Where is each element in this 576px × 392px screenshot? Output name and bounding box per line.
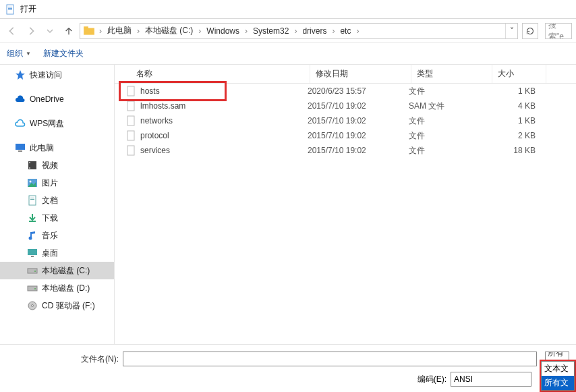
music-icon — [27, 230, 38, 241]
svg-rect-4 — [84, 28, 94, 34]
file-row[interactable]: networks2015/7/10 19:02文件1 KB — [115, 113, 576, 128]
column-size[interactable]: 大小 — [492, 65, 546, 83]
column-headers[interactable]: 名称 修改日期 类型 大小 — [115, 65, 576, 84]
chevron-right-icon: › — [293, 26, 298, 36]
refresh-button[interactable] — [522, 23, 538, 39]
column-date[interactable]: 修改日期 — [310, 65, 411, 83]
file-row[interactable]: hosts2020/6/23 15:57文件1 KB — [115, 84, 576, 99]
sidebar-item-music[interactable]: 音乐 — [0, 227, 114, 244]
chevron-right-icon: › — [136, 26, 141, 36]
sidebar-item-onedrive[interactable]: OneDrive — [0, 90, 114, 108]
film-icon — [27, 160, 38, 171]
svg-point-26 — [32, 305, 34, 307]
file-name: services — [140, 146, 308, 155]
breadcrumb-segment[interactable]: drivers — [298, 24, 330, 38]
svg-rect-10 — [29, 162, 30, 163]
column-type[interactable]: 类型 — [411, 65, 492, 83]
new-folder-button[interactable]: 新建文件夹 — [43, 48, 84, 59]
filter-option[interactable]: 所有文 — [542, 376, 574, 390]
sidebar-item-disk-c[interactable]: 本地磁盘 (C:) — [0, 262, 114, 279]
svg-rect-14 — [29, 196, 36, 205]
breadcrumb-segment[interactable]: Windows — [202, 24, 243, 38]
file-icon — [125, 130, 136, 141]
file-size: 4 KB — [490, 101, 544, 111]
svg-rect-31 — [127, 146, 134, 155]
svg-rect-29 — [127, 116, 134, 125]
toolbar: 组织▼ 新建文件夹 — [0, 43, 576, 65]
filter-option[interactable]: 文本文 — [542, 362, 574, 376]
sidebar-item-label: 视频 — [42, 160, 58, 171]
sidebar-item-label: 图片 — [42, 177, 58, 189]
file-date: 2015/7/10 19:02 — [308, 131, 409, 140]
breadcrumb-segment[interactable]: etc — [336, 24, 355, 38]
sidebar-item-label: 音乐 — [42, 230, 58, 242]
svg-rect-27 — [127, 86, 134, 96]
column-name[interactable]: 名称 — [115, 65, 310, 83]
sidebar-item-label: 下载 — [42, 213, 58, 224]
titlebar: 打开 — [0, 0, 576, 19]
cloud-icon — [15, 94, 26, 105]
sidebar-item-label: 本地磁盘 (C:) — [42, 265, 90, 277]
file-type: 文件 — [409, 130, 490, 142]
encoding-select[interactable]: ANSI — [451, 372, 531, 387]
sidebar-item-documents[interactable]: 文档 — [0, 192, 114, 209]
organize-menu[interactable]: 组织▼ — [7, 48, 31, 59]
breadcrumb-segment[interactable]: System32 — [249, 24, 293, 38]
svg-point-24 — [34, 288, 36, 289]
file-size: 1 KB — [490, 86, 544, 96]
file-row[interactable]: services2015/7/10 19:02文件18 KB — [115, 143, 576, 158]
svg-rect-11 — [29, 167, 30, 169]
search-input[interactable]: 搜索"e — [545, 23, 572, 39]
sidebar[interactable]: 快速访问OneDriveWPS网盘此电脑视频图片文档下载音乐桌面本地磁盘 (C:… — [0, 65, 115, 348]
filter-dropdown-popup[interactable]: 文本文所有文 — [541, 361, 575, 391]
file-name: protocol — [140, 131, 308, 140]
breadcrumb-dropdown[interactable]: ˅ — [505, 24, 517, 38]
svg-rect-17 — [29, 221, 36, 222]
file-date: 2015/7/10 19:02 — [308, 146, 409, 155]
picture-icon — [27, 177, 38, 188]
sidebar-item-label: 文档 — [42, 195, 58, 206]
sidebar-item-label: 快速访问 — [30, 69, 62, 81]
file-icon — [125, 145, 136, 156]
chevron-right-icon: › — [355, 26, 360, 36]
sidebar-item-disk-d[interactable]: 本地磁盘 (D:) — [0, 279, 114, 297]
bottom-panel: 文件名(N): 所有文 编码(E): ANSI 文本文所有文 — [0, 344, 576, 392]
up-button[interactable] — [61, 23, 77, 39]
svg-rect-21 — [28, 269, 37, 273]
svg-rect-5 — [84, 26, 88, 28]
sidebar-item-pictures[interactable]: 图片 — [0, 174, 114, 192]
file-date: 2020/6/23 15:57 — [308, 86, 409, 96]
file-row[interactable]: protocol2015/7/10 19:02文件2 KB — [115, 128, 576, 143]
sidebar-item-downloads[interactable]: 下载 — [0, 209, 114, 227]
sidebar-item-desktop[interactable]: 桌面 — [0, 244, 114, 262]
file-row[interactable]: lmhosts.sam2015/7/10 19:02SAM 文件4 KB — [115, 99, 576, 113]
file-name: hosts — [140, 86, 308, 96]
recent-dropdown[interactable] — [42, 23, 58, 39]
sidebar-item-wps-cloud[interactable]: WPS网盘 — [0, 115, 114, 132]
svg-rect-1 — [8, 7, 12, 7]
back-button[interactable] — [4, 23, 20, 39]
doc-icon — [27, 195, 38, 206]
folder-icon — [83, 25, 95, 37]
sidebar-item-label: 本地磁盘 (D:) — [42, 283, 90, 294]
svg-rect-16 — [30, 199, 34, 200]
file-type: SAM 文件 — [409, 101, 490, 112]
forward-button[interactable] — [23, 23, 39, 39]
main-area: 快速访问OneDriveWPS网盘此电脑视频图片文档下载音乐桌面本地磁盘 (C:… — [0, 65, 576, 348]
svg-rect-15 — [30, 198, 34, 198]
svg-rect-20 — [31, 256, 34, 257]
filename-input[interactable] — [123, 352, 537, 366]
breadcrumb-segment[interactable]: 本地磁盘 (C:) — [141, 24, 197, 38]
breadcrumb-segment[interactable]: 此电脑 — [103, 24, 136, 38]
cloud-outline-icon — [15, 118, 26, 129]
svg-rect-3 — [8, 9, 12, 10]
sidebar-item-label: WPS网盘 — [30, 118, 64, 130]
sidebar-item-videos[interactable]: 视频 — [0, 157, 114, 174]
sidebar-item-this-pc[interactable]: 此电脑 — [0, 139, 114, 157]
file-icon — [125, 86, 136, 96]
svg-rect-7 — [16, 144, 25, 150]
file-type: 文件 — [409, 145, 490, 157]
sidebar-item-cd-f[interactable]: CD 驱动器 (F:) — [0, 297, 114, 314]
breadcrumb[interactable]: › 此电脑›本地磁盘 (C:)›Windows›System32›drivers… — [80, 23, 518, 39]
sidebar-item-quick-access[interactable]: 快速访问 — [0, 66, 114, 84]
